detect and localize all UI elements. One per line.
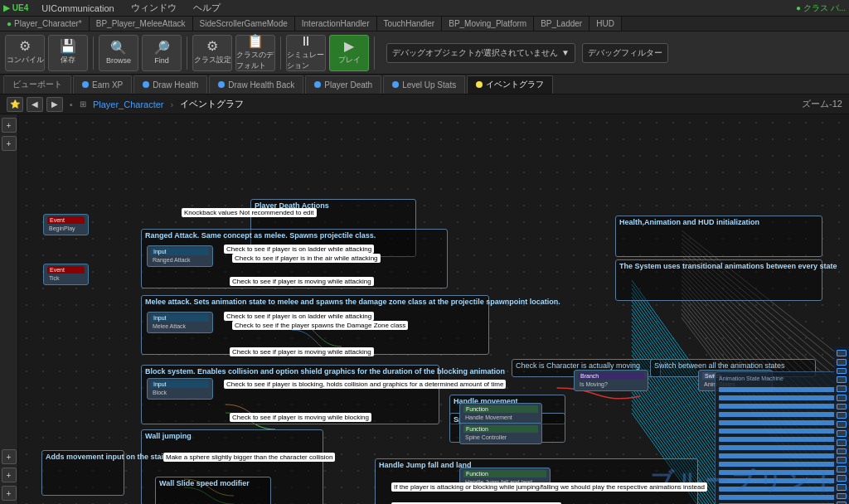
node-event-2[interactable]: Event Tick (43, 264, 89, 285)
menu-help[interactable]: ヘルプ (190, 2, 224, 14)
file-tab-platform[interactable]: BP_Moving_Platform (442, 17, 534, 32)
node-melee-attack[interactable]: Input Melee Attack (147, 312, 213, 333)
zoom-level: ズーム-12 (802, 98, 842, 110)
file-tab-melee[interactable]: BP_Player_MeleeAttack (90, 17, 193, 32)
comment-transitions: The System uses transitional animations … (615, 259, 822, 301)
class-settings-button[interactable]: ⚙ クラス設定 (192, 35, 232, 71)
toolbar-separator-4 (374, 36, 375, 70)
tab-draw-health-back-label: Draw Health Back (228, 80, 294, 90)
tab-earn-xp-label: Earn XP (92, 80, 123, 90)
node-block[interactable]: Input Block (147, 378, 213, 400)
label-ranged-moving: Check to see if player is moving while a… (230, 277, 374, 286)
label-melee-moving: Check to see if player is moving while a… (230, 347, 374, 356)
class-label: ● クラス パ... (796, 2, 846, 14)
tab-event-graph[interactable]: イベントグラフ (467, 75, 553, 94)
file-tab-ladder[interactable]: BP_Ladder (534, 17, 589, 32)
tab-player-death[interactable]: Player Death (305, 75, 381, 94)
class-defaults-button[interactable]: 📋 クラスのデフォルト (235, 35, 275, 71)
tab-earn-xp[interactable]: Earn XP (73, 75, 132, 94)
file-tab-interaction[interactable]: InteractionHandler (295, 17, 377, 32)
comment-stairs: Adds movement input on the stairs (41, 450, 124, 496)
tab-event-graph-dot (476, 81, 483, 88)
comment-title-stairs: Adds movement input on the stairs (46, 453, 171, 461)
tab-draw-health-back[interactable]: Draw Health Back (209, 75, 303, 94)
watermark: ブループリント (650, 466, 841, 497)
find-icon: 🔎 (153, 41, 170, 55)
play-icon: ▶ (344, 40, 354, 53)
tab-level-up[interactable]: Level Up Stats (383, 75, 465, 94)
label-make-sphere: Make a sphere slightly bigger than the c… (163, 453, 335, 462)
node-check-moving[interactable]: Branch Is Moving? (574, 370, 648, 391)
label-block-moving: Check to see if player is moving while b… (230, 413, 371, 422)
play-button[interactable]: ▶ プレイ (329, 35, 369, 71)
breadcrumb-back-button[interactable]: ◀ (27, 97, 43, 112)
breadcrumb-arrow: › (171, 99, 174, 109)
file-tab-gamemonde[interactable]: SideScrollerGameMode (193, 17, 295, 32)
sidebar-add-button-5[interactable]: + (2, 486, 17, 501)
sidebar-add-button-2[interactable]: + (2, 136, 17, 151)
tab-viewport[interactable]: ビューポート (3, 75, 71, 94)
browse-button[interactable]: 🔍 Browse (99, 35, 138, 71)
save-icon: 💾 (60, 40, 76, 53)
tab-earn-xp-dot (82, 81, 89, 88)
browse-label: Browse (106, 56, 131, 65)
file-tab-player-character[interactable]: ● Player_Character* (0, 17, 90, 32)
comment-text-switch-states: Switch between all the animation states (654, 361, 785, 370)
node-event-1[interactable]: Event BeginPlay (43, 214, 89, 235)
class-defaults-label: クラスのデフォルト (236, 50, 274, 71)
menu-window[interactable]: ウィンドウ (128, 2, 180, 14)
tab-player-death-label: Player Death (324, 80, 372, 90)
main-content: + + + + + (0, 114, 849, 504)
class-settings-label: クラス設定 (194, 55, 231, 65)
sidebar-add-button-1[interactable]: + (2, 118, 17, 133)
tab-level-up-dot (392, 81, 399, 88)
compile-button[interactable]: ⚙ コンパイル (5, 35, 45, 71)
file-tab-hud[interactable]: HUD (589, 17, 622, 32)
comment-title-ranged: Ranged Attack. Same concept as melee. Sp… (145, 231, 376, 240)
simulation-label: シミュレーション (287, 50, 325, 71)
svg-line-14 (632, 338, 715, 454)
label-attacking-blocking: If the player is attacking or blocking w… (391, 482, 707, 492)
debug-object-selector[interactable]: デバッグオブジェクトが選択されていません ▼ (386, 43, 575, 63)
find-label: Find (154, 56, 169, 65)
svg-line-4 (632, 297, 715, 413)
app-logo: ▶ UE4 (3, 3, 28, 12)
comment-wall-slide: Wall Slide speed modifier (155, 477, 271, 504)
tab-draw-health[interactable]: Draw Health (133, 75, 207, 94)
debug-filter[interactable]: デバッグフィルター (582, 43, 668, 63)
comment-title-wall-jump: Wall jumping (145, 432, 192, 440)
node-spine-controller[interactable]: Function Spine Controller (459, 423, 542, 444)
left-sidebar: + + + + + (0, 114, 18, 504)
breadcrumb-class[interactable]: Player_Character (93, 99, 164, 109)
breadcrumb-graph: イベントグラフ (180, 98, 244, 110)
comment-text-check-moving: Check is Character is actually moving (516, 361, 640, 370)
comment-title-melee: Melee attack. Sets animation state to me… (145, 298, 560, 306)
sidebar-add-button-3[interactable]: + (2, 449, 17, 464)
comment-title-health-hud: Health,Animation and HUD initialization (619, 218, 759, 226)
sidebar-add-button-4[interactable]: + (2, 468, 17, 482)
debug-object-text: デバッグオブジェクトが選択されていません (392, 47, 558, 59)
tab-draw-health-label: Draw Health (153, 80, 198, 90)
menu-uicommunication[interactable]: UICommunication (38, 3, 117, 13)
node-ranged-attack[interactable]: Input Ranged Attack (147, 245, 213, 267)
tab-player-death-dot (314, 81, 321, 88)
tab-viewport-label: ビューポート (12, 79, 62, 90)
tab-draw-health-back-dot (218, 81, 225, 88)
browse-icon: 🔍 (110, 41, 127, 55)
simulation-icon: ⏸ (299, 35, 313, 48)
tab-level-up-label: Level Up Stats (402, 80, 456, 90)
breadcrumb-grid-icon: ⊞ (80, 99, 86, 109)
blueprint-canvas[interactable]: Player Death Actions Ranged Attack. Same… (18, 114, 849, 504)
simulation-button[interactable]: ⏸ シミュレーション (286, 35, 326, 71)
compile-icon: ⚙ (19, 40, 31, 53)
file-tab-touch[interactable]: TouchHandler (377, 17, 443, 32)
breadcrumb-home-button[interactable]: ⭐ (7, 97, 23, 112)
comment-title-transitions: The System uses transitional animations … (619, 262, 837, 270)
save-button[interactable]: 💾 保存 (48, 35, 88, 71)
find-button[interactable]: 🔎 Find (142, 35, 182, 71)
node-handle-movement[interactable]: Function Handle Movement (459, 403, 542, 424)
compile-label: コンパイル (7, 55, 44, 65)
label-melee-damage-zone: Check to see if the player spawns the Da… (232, 321, 408, 330)
breadcrumb-forward-button[interactable]: ▶ (46, 97, 63, 112)
toolbar-separator-3 (280, 36, 281, 70)
